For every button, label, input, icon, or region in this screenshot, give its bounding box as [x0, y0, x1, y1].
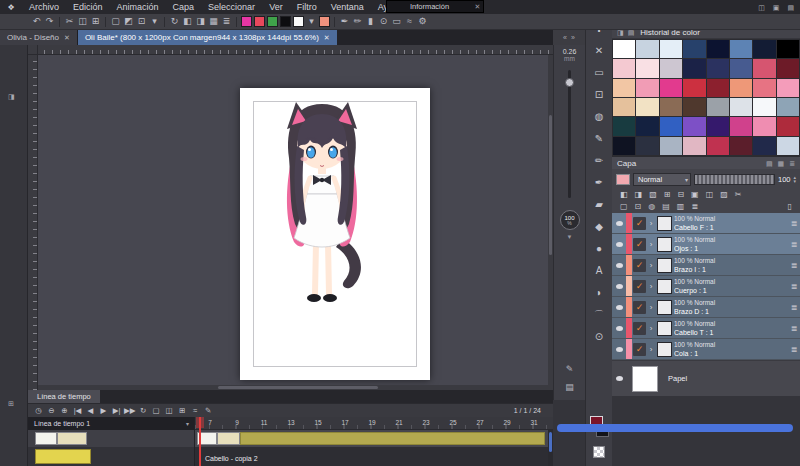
timeline-tab[interactable]: Línea de tiempo [28, 390, 100, 403]
color-history-swatch[interactable] [707, 40, 729, 58]
pen-icon[interactable]: ✒ [338, 14, 351, 29]
material-panel-icon[interactable]: ▤ [565, 382, 574, 392]
paper-layer-row[interactable]: Papel [612, 360, 800, 396]
marker-tool[interactable]: ▰ [595, 200, 603, 210]
text-tool[interactable]: A [596, 266, 603, 276]
layer-row[interactable]: ✓›100 % NormalCuerpo : 1≣ [612, 276, 800, 297]
color-history-swatch[interactable] [636, 137, 658, 155]
color-history-swatch[interactable] [683, 98, 705, 116]
info-window-titlebar[interactable]: Información ✕ [386, 0, 484, 13]
color-history-swatch[interactable] [707, 137, 729, 155]
layer-checkbox[interactable]: ✓ [633, 322, 646, 335]
flip-horizontal-icon[interactable]: ◧ [181, 14, 194, 29]
auto-select-tool[interactable]: ◍ [595, 112, 604, 122]
eyedropper-icon[interactable]: ⊙ [377, 14, 390, 29]
panel-toggle-icon[interactable]: ◨ [8, 93, 15, 100]
menu-item[interactable]: Filtro [290, 0, 324, 14]
opacity-spinner[interactable]: ▴ ▾ [793, 175, 796, 184]
draft-layer-icon[interactable]: ⊡ [635, 203, 642, 211]
opacity-slider[interactable] [694, 174, 775, 185]
layer-visibility-eye-icon[interactable] [612, 284, 626, 289]
play-button[interactable]: ▶ [97, 406, 110, 415]
brush-tool[interactable]: ✒ [595, 178, 603, 188]
layer-visibility-eye-icon[interactable] [612, 326, 626, 331]
new-layer-icon[interactable]: ⊞ [664, 191, 671, 199]
timeline-selector[interactable]: Línea de tiempo 1 ▾ [28, 417, 194, 430]
cut-icon[interactable]: ✂ [63, 14, 76, 29]
curve-tool[interactable]: ⌒ [594, 310, 604, 320]
layer-color-tag[interactable] [626, 339, 632, 359]
layer-visibility-eye-icon[interactable] [612, 376, 626, 381]
layer-thumbnail[interactable] [657, 216, 672, 231]
color-history-swatch[interactable] [707, 59, 729, 77]
close-icon[interactable]: ✕ [472, 3, 483, 11]
collapse-right-icon[interactable]: » [571, 34, 575, 41]
zoom-out-icon[interactable]: ⊖ [45, 406, 58, 415]
zoom-in-icon[interactable]: ⊕ [58, 406, 71, 415]
color-history-swatch[interactable] [613, 59, 635, 77]
layer-thumbnail[interactable] [657, 321, 672, 336]
pencil-tool[interactable]: ✏ [595, 156, 603, 166]
prev-frame-button[interactable]: ◀ [84, 406, 97, 415]
layer-checkbox[interactable]: ✓ [633, 280, 646, 293]
first-frame-button[interactable]: |◀ [71, 406, 84, 415]
flip-vertical-icon[interactable]: ◨ [194, 14, 207, 29]
layer-menu-icon[interactable]: ≣ [788, 282, 800, 291]
document-tab-olivia[interactable]: Olivia - Diseño ✕ [0, 30, 78, 45]
menu-item[interactable]: Ver [262, 0, 290, 14]
merge-layer-icon[interactable]: ▨ [720, 191, 728, 199]
menu-item[interactable]: Animación [110, 0, 166, 14]
layer-thumbnail[interactable] [657, 300, 672, 315]
clip-segment[interactable] [217, 432, 240, 445]
next-frame-button[interactable]: ▶| [110, 406, 123, 415]
layer-color-tag[interactable] [626, 255, 632, 275]
layer-menu-icon[interactable]: ≣ [788, 261, 800, 270]
loop-button[interactable]: ↻ [137, 406, 150, 415]
app-logo-icon[interactable]: ❖ [0, 3, 22, 12]
pen-tool[interactable]: ✎ [595, 134, 603, 144]
color-history-swatch[interactable] [636, 59, 658, 77]
selection-area-icon[interactable]: ⊡ [135, 14, 148, 29]
layer-visibility-eye-icon[interactable] [612, 242, 626, 247]
collapse-left-icon[interactable]: « [563, 34, 567, 41]
color-history-swatch[interactable] [730, 40, 752, 58]
layer-checkbox[interactable]: ✓ [633, 301, 646, 314]
airbrush-tool[interactable]: ● [596, 244, 602, 254]
color-history-swatch[interactable] [636, 98, 658, 116]
layer-thumbnail[interactable] [657, 258, 672, 273]
color-history-swatch[interactable] [683, 137, 705, 155]
scroll-thumb[interactable] [549, 115, 552, 255]
color-dropdown-icon[interactable]: ▾ [305, 14, 318, 29]
color-history-swatch[interactable] [777, 137, 799, 155]
layer-thumbnail[interactable] [657, 342, 672, 357]
redo-icon[interactable]: ↷ [43, 14, 56, 29]
interpolation-icon[interactable]: ≈ [189, 406, 202, 415]
layer-settings-icon[interactable]: ≣ [691, 203, 698, 211]
eyedropper-tool[interactable]: ⊙ [595, 332, 603, 342]
layer-checkbox[interactable]: ✓ [633, 259, 646, 272]
color-history-swatch[interactable] [777, 98, 799, 116]
color-history-swatch[interactable] [777, 59, 799, 77]
layout-icon[interactable]: ▤ [787, 4, 794, 11]
rotate-icon[interactable]: ↻ [168, 14, 181, 29]
layer-expand-arrow[interactable]: › [647, 303, 655, 312]
color-history-swatch[interactable] [753, 117, 775, 135]
panel-menu-icon[interactable]: ≣ [789, 160, 795, 167]
workspace-icon[interactable]: ▣ [773, 4, 780, 11]
layer-color-tag[interactable] [626, 276, 632, 296]
timeline-toggle-icon[interactable]: ⊞ [8, 400, 14, 407]
layer-row[interactable]: ✓›100 % NormalBrazo D : 1≣ [612, 297, 800, 318]
layer-expand-arrow[interactable]: › [647, 219, 655, 228]
layer-color-tag[interactable] [626, 297, 632, 317]
layer-view-icon[interactable]: ▤ [766, 160, 773, 167]
paper-thumbnail[interactable] [632, 366, 658, 392]
color-history-swatch[interactable] [753, 40, 775, 58]
color-history-swatch[interactable] [613, 98, 635, 116]
color-history-swatch[interactable] [730, 117, 752, 135]
undo-icon[interactable]: ↶ [30, 14, 43, 29]
color-history-swatch[interactable] [660, 137, 682, 155]
frame-border-tool[interactable]: ⊡ [595, 90, 603, 100]
black-color-swatch[interactable] [280, 16, 291, 27]
frame-ruler[interactable]: 791113151719212325272931 [195, 417, 553, 430]
playhead[interactable] [199, 417, 201, 466]
